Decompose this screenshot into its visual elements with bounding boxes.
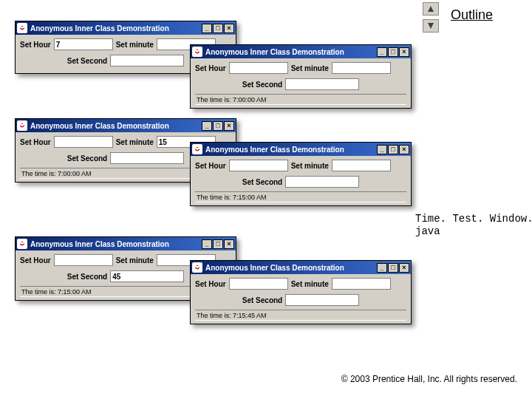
minimize-button[interactable]: _ [377, 47, 387, 57]
second-label: Set Second [67, 154, 107, 163]
second-label: Set Second [242, 296, 282, 304]
hour-label: Set Hour [20, 138, 51, 146]
minute-input[interactable] [332, 278, 391, 290]
minimize-button[interactable]: _ [377, 145, 387, 154]
title-bar[interactable]: Anonymous Inner Class Demonstration _ □ … [191, 45, 411, 58]
hour-label: Set Hour [20, 256, 51, 265]
minimize-button[interactable]: _ [202, 239, 212, 249]
second-label: Set Second [242, 81, 282, 89]
minimize-button[interactable]: _ [377, 263, 387, 273]
minute-label: Set minute [116, 41, 154, 49]
maximize-button[interactable]: □ [388, 263, 398, 273]
second-input[interactable] [110, 152, 184, 164]
title-bar[interactable]: Anonymous Inner Class Demonstration _ □ … [191, 143, 411, 156]
title-bar[interactable]: Anonymous Inner Class Demonstration _ □ … [191, 261, 411, 274]
window-title: Anonymous Inner Class Demonstration [205, 264, 377, 272]
hour-input[interactable] [229, 62, 288, 74]
minute-label: Set minute [291, 64, 329, 72]
minute-label: Set minute [116, 256, 154, 265]
maximize-button[interactable]: □ [213, 239, 223, 249]
window-title: Anonymous Inner Class Demonstration [30, 122, 202, 130]
close-button[interactable]: × [224, 24, 234, 33]
app-window-6: Anonymous Inner Class Demonstration _ □ … [190, 260, 412, 324]
hour-label: Set Hour [20, 41, 51, 49]
status-bar: The time is: 7:15:00 AM [195, 191, 406, 202]
hour-input[interactable] [229, 160, 288, 171]
scroll-up-button[interactable] [423, 2, 439, 16]
java-coffee-icon [192, 144, 202, 154]
maximize-button[interactable]: □ [213, 121, 223, 131]
minute-input[interactable] [332, 160, 391, 171]
minute-input[interactable] [332, 62, 391, 74]
svg-marker-0 [428, 6, 434, 12]
outline-heading: Outline [451, 7, 493, 23]
filename-label: Time. Test. Window. java [415, 213, 532, 238]
second-label: Set Second [67, 57, 107, 65]
scroll-down-button[interactable] [423, 19, 439, 33]
maximize-button[interactable]: □ [388, 47, 398, 57]
close-button[interactable]: × [399, 263, 409, 273]
hour-input[interactable] [54, 254, 113, 266]
java-coffee-icon [17, 239, 27, 249]
maximize-button[interactable]: □ [213, 24, 223, 33]
close-button[interactable]: × [224, 121, 234, 131]
svg-marker-1 [428, 23, 434, 29]
maximize-button[interactable]: □ [388, 145, 398, 154]
hour-input[interactable]: 7 [54, 38, 113, 50]
title-bar[interactable]: Anonymous Inner Class Demonstration _ □ … [16, 237, 236, 250]
window-title: Anonymous Inner Class Demonstration [30, 24, 202, 33]
second-input[interactable]: 45 [110, 270, 184, 282]
minimize-button[interactable]: _ [202, 121, 212, 131]
minute-label: Set minute [291, 162, 329, 170]
minimize-button[interactable]: _ [202, 24, 212, 33]
java-coffee-icon [192, 262, 202, 273]
second-label: Set Second [67, 273, 107, 281]
window-title: Anonymous Inner Class Demonstration [30, 240, 202, 248]
java-coffee-icon [17, 23, 27, 33]
window-title: Anonymous Inner Class Demonstration [205, 48, 377, 56]
close-button[interactable]: × [224, 239, 234, 249]
second-input[interactable] [285, 176, 359, 188]
title-bar[interactable]: Anonymous Inner Class Demonstration _ □ … [16, 21, 236, 35]
status-bar: The time is: 7:00:00 AM [195, 94, 406, 105]
status-bar: The time is: 7:15:45 AM [195, 310, 406, 321]
hour-label: Set Hour [195, 64, 226, 72]
app-window-4: Anonymous Inner Class Demonstration _ □ … [190, 142, 412, 206]
second-input[interactable] [285, 78, 359, 90]
hour-label: Set Hour [195, 280, 226, 288]
second-label: Set Second [242, 178, 282, 186]
hour-input[interactable] [229, 278, 288, 290]
java-coffee-icon [192, 47, 202, 57]
copyright-text: © 2003 Prentice Hall, Inc. All rights re… [341, 374, 517, 386]
hour-label: Set Hour [195, 162, 226, 170]
minute-label: Set minute [116, 138, 154, 146]
minute-label: Set minute [291, 280, 329, 288]
hour-input[interactable] [54, 136, 113, 148]
app-window-2: Anonymous Inner Class Demonstration _ □ … [190, 44, 412, 109]
second-input[interactable] [110, 55, 184, 66]
close-button[interactable]: × [399, 145, 409, 154]
java-coffee-icon [17, 120, 27, 131]
close-button[interactable]: × [399, 47, 409, 57]
window-title: Anonymous Inner Class Demonstration [205, 146, 377, 154]
second-input[interactable] [285, 294, 359, 306]
title-bar[interactable]: Anonymous Inner Class Demonstration _ □ … [16, 119, 236, 132]
